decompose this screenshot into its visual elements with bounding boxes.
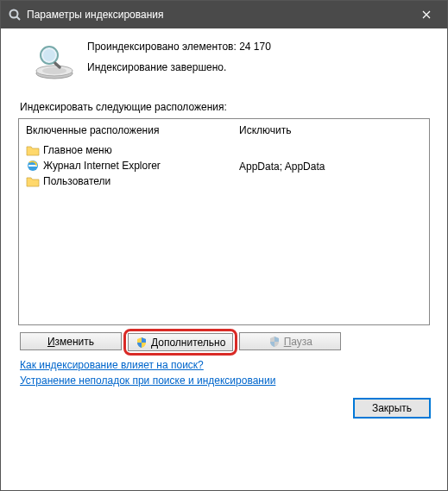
folder-icon <box>26 174 40 188</box>
svg-line-1 <box>17 17 21 21</box>
svg-point-8 <box>43 49 55 61</box>
status-row: Проиндексировано элементов: 24 170 Индек… <box>18 39 430 82</box>
svg-point-6 <box>42 67 66 74</box>
indexing-options-window: Параметры индексирования Проинде <box>0 0 448 491</box>
help-links: Как индексирование влияет на поиск? Устр… <box>18 359 430 390</box>
titlebar: Параметры индексирования <box>1 1 447 28</box>
shield-icon <box>136 337 148 349</box>
close-icon <box>422 10 431 19</box>
locations-list: Включенные расположения Главное меню <box>18 118 430 325</box>
ie-icon <box>26 159 40 173</box>
window-title: Параметры индексирования <box>27 9 407 21</box>
folder-icon <box>26 143 40 157</box>
pause-label-rest: ауза <box>291 336 312 348</box>
link-how-indexing-affects-search[interactable]: Как индексирование влияет на поиск? <box>20 359 204 371</box>
list-item-label: Пользователи <box>43 174 110 188</box>
status-text: Проиндексировано элементов: 24 170 Индек… <box>87 39 271 82</box>
advanced-label-rest: ополнительно <box>158 337 225 349</box>
list-item[interactable]: Пользователи <box>26 174 225 188</box>
excluded-header: Исключить <box>239 124 422 136</box>
app-icon <box>8 8 22 22</box>
pause-button[interactable]: Пауза <box>239 332 341 350</box>
footer: Закрыть <box>18 399 430 418</box>
indexed-count: Проиндексировано элементов: 24 170 <box>87 41 271 53</box>
list-item[interactable]: Журнал Internet Explorer <box>26 159 225 173</box>
list-item-label: Главное меню <box>43 143 112 157</box>
excluded-column: Исключить AppData; AppData <box>232 119 429 324</box>
modify-label-rest: зменить <box>55 336 95 348</box>
modify-button[interactable]: Изменить <box>20 332 122 350</box>
svg-point-0 <box>10 10 18 18</box>
content-area: Проиндексировано элементов: 24 170 Индек… <box>1 28 447 490</box>
included-header: Включенные расположения <box>26 124 225 136</box>
list-item[interactable]: Главное меню <box>26 143 225 157</box>
advanced-button[interactable]: Дополнительно <box>128 333 233 351</box>
close-button[interactable]: Закрыть <box>354 399 430 418</box>
highlight-annotation: Дополнительно <box>123 329 237 356</box>
link-troubleshoot-search[interactable]: Устранение неполадок при поиске и индекс… <box>20 375 275 387</box>
excluded-value: AppData; AppData <box>239 161 422 173</box>
indexing-state: Индексирование завершено. <box>87 61 271 73</box>
included-column: Включенные расположения Главное меню <box>19 119 232 324</box>
shield-icon <box>268 336 281 348</box>
locations-label: Индексировать следующие расположения: <box>20 101 430 113</box>
button-row: Изменить Дополнительно <box>18 332 430 352</box>
drive-search-icon <box>34 42 75 80</box>
list-item-label: Журнал Internet Explorer <box>43 159 161 173</box>
window-close-button[interactable] <box>407 2 445 28</box>
